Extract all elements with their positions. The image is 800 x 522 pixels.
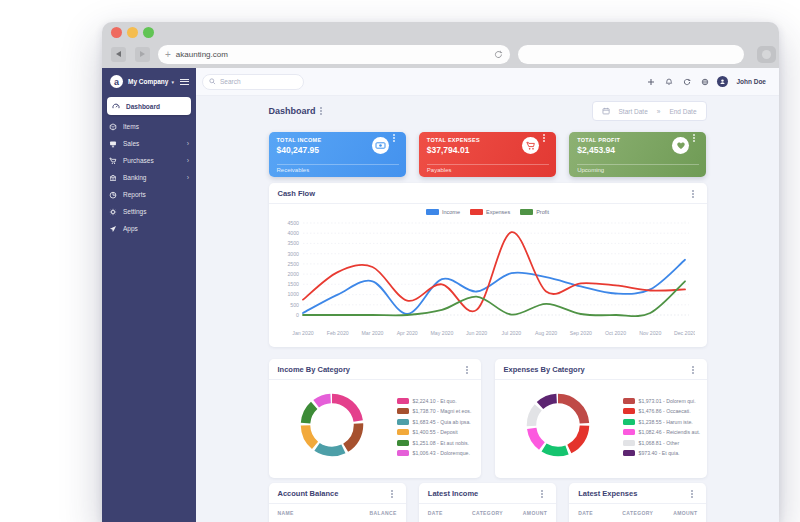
income-donut-legend: $2,224.10 - Et quo. $1,738.70 - Magni et…	[397, 398, 472, 457]
svg-text:May 2020: May 2020	[430, 330, 453, 336]
browser-window: + akaunting.com a My Company ▾	[102, 22, 779, 522]
svg-text:0: 0	[296, 312, 299, 318]
quick-add-button[interactable]	[645, 76, 657, 88]
income-card-menu-button[interactable]	[393, 137, 395, 139]
refresh-icon	[683, 78, 691, 86]
expenses-category-menu-button[interactable]	[692, 369, 694, 371]
reload-icon[interactable]	[494, 50, 503, 59]
svg-text:2500: 2500	[287, 261, 299, 267]
user-name[interactable]: John Doe	[736, 78, 766, 85]
expenses-donut-legend: $1,973.01 - Dolorem qui. $1,476.86 - Occ…	[623, 398, 701, 457]
date-range-picker[interactable]: Start Date » End Date	[592, 101, 707, 121]
income-category-menu-button[interactable]	[466, 369, 468, 371]
url-text: akaunting.com	[176, 50, 494, 59]
refresh-button[interactable]	[681, 76, 693, 88]
heart-icon	[672, 137, 689, 154]
sidebar-item-banking[interactable]: Banking›	[102, 169, 196, 186]
sidebar-item-items[interactable]: Items›	[102, 118, 196, 135]
cash-flow-chart: 050010001500200025003000350040004500Jan …	[269, 215, 707, 343]
user-avatar[interactable]	[717, 76, 728, 87]
app-search-input[interactable]: Search	[202, 74, 304, 90]
account-balance-title: Account Balance	[278, 489, 339, 498]
window-controls	[111, 27, 154, 38]
sidebar-item-settings[interactable]: Settings›	[102, 203, 196, 220]
back-icon	[116, 51, 121, 57]
minimize-window-button[interactable]	[127, 27, 138, 38]
svg-text:Sep 2020: Sep 2020	[569, 330, 591, 336]
sidebar: a My Company ▾ Dashboard›	[102, 68, 196, 522]
gear-icon	[109, 208, 117, 216]
svg-text:1500: 1500	[287, 281, 299, 287]
latest-income-card: Latest Income DATE CATEGORY AMOUNT	[419, 483, 556, 522]
upcoming-link[interactable]: Upcoming	[577, 164, 699, 173]
search-placeholder: Search	[220, 78, 241, 85]
cash-flow-card: Cash Flow Income Expenses Profit 0500100…	[269, 183, 707, 347]
company-selector[interactable]: My Company	[128, 78, 168, 85]
end-date-input[interactable]: End Date	[669, 108, 696, 115]
expenses-by-category-card: Expenses By Category $1,973.01 - Dolorem…	[495, 359, 707, 478]
globe-icon	[701, 78, 709, 86]
money-icon	[372, 137, 389, 154]
latest-income-menu-button[interactable]	[541, 493, 543, 495]
dashboard-icon	[112, 102, 120, 110]
search-icon	[209, 78, 216, 85]
svg-text:4500: 4500	[287, 220, 299, 226]
latest-expenses-menu-button[interactable]	[691, 493, 693, 495]
close-window-button[interactable]	[111, 27, 122, 38]
profit-legend-swatch	[520, 209, 533, 215]
akaunting-logo: a	[110, 75, 123, 88]
expenses-donut-chart	[521, 388, 595, 466]
svg-text:Jul 2020: Jul 2020	[501, 330, 521, 336]
items-icon	[109, 123, 117, 131]
forward-icon	[140, 51, 145, 57]
start-date-input[interactable]: Start Date	[619, 108, 648, 115]
payables-link[interactable]: Payables	[427, 164, 549, 173]
arrow-separator-icon: »	[657, 108, 661, 115]
account-balance-header: NAME BALANCE	[269, 504, 406, 516]
language-button[interactable]	[699, 76, 711, 88]
browser-search-field[interactable]	[518, 45, 744, 64]
calendar-icon	[602, 107, 610, 115]
latest-expenses-card: Latest Expenses DATE CATEGORY AMOUNT	[569, 483, 706, 522]
sidebar-toggle-button[interactable]	[180, 79, 189, 85]
sidebar-item-purchases[interactable]: Purchases›	[102, 152, 196, 169]
browser-profile-button[interactable]	[757, 46, 776, 63]
total-income-card: TOTAL INCOME $40,247.95 Rec	[269, 132, 406, 177]
sidebar-item-reports[interactable]: Reports›	[102, 186, 196, 203]
account-balance-menu-button[interactable]	[391, 493, 393, 495]
page-title-menu-button[interactable]	[320, 110, 322, 112]
expenses-category-title: Expenses By Category	[504, 365, 585, 374]
svg-text:Jan 2020: Jan 2020	[292, 330, 313, 336]
svg-text:Feb 2020: Feb 2020	[326, 330, 348, 336]
sidebar-item-dashboard[interactable]: Dashboard›	[107, 97, 191, 115]
sidebar-item-apps[interactable]: Apps›	[102, 220, 196, 237]
total-expenses-card: TOTAL EXPENSES $37,794.01	[419, 132, 556, 177]
latest-expenses-header: DATE CATEGORY AMOUNT	[569, 504, 706, 516]
total-profit-card: TOTAL PROFIT $2,453.94 Upcoming	[569, 132, 706, 177]
sales-icon	[109, 140, 117, 148]
svg-text:2000: 2000	[287, 271, 299, 277]
page-title: Dashboard	[269, 106, 316, 116]
zoom-window-button[interactable]	[143, 27, 154, 38]
profit-card-menu-button[interactable]	[693, 137, 695, 139]
address-bar[interactable]: + akaunting.com	[158, 45, 510, 64]
cash-flow-menu-button[interactable]	[692, 193, 694, 195]
receivables-link[interactable]: Receivables	[277, 164, 399, 173]
app-topbar: Search	[196, 68, 779, 96]
svg-text:Jun 2020: Jun 2020	[465, 330, 486, 336]
forward-button[interactable]	[135, 47, 150, 62]
cart-icon	[522, 137, 539, 154]
back-button[interactable]	[111, 47, 126, 62]
person-icon	[719, 78, 726, 85]
paper-plane-icon	[109, 225, 117, 233]
chevron-down-icon: ▾	[171, 79, 174, 85]
browser-navbar: + akaunting.com	[102, 43, 779, 65]
svg-text:Oct 2020: Oct 2020	[604, 330, 625, 336]
expenses-card-menu-button[interactable]	[543, 137, 545, 139]
notifications-button[interactable]	[663, 76, 675, 88]
sidebar-item-sales[interactable]: Sales›	[102, 135, 196, 152]
income-donut-chart	[295, 388, 369, 466]
expenses-legend-swatch	[470, 209, 483, 215]
bank-icon	[109, 174, 117, 182]
profile-icon	[762, 50, 771, 59]
